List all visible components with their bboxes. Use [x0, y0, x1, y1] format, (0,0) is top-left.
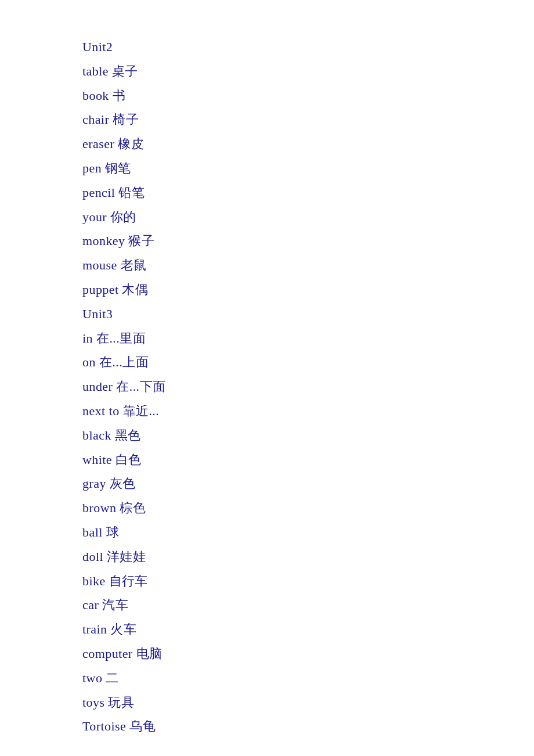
english-word: brown	[82, 501, 116, 515]
english-word: table	[82, 64, 109, 78]
list-item: ball 球	[82, 520, 534, 545]
english-word: mouse	[82, 258, 117, 272]
list-item: doll 洋娃娃	[82, 545, 534, 569]
list-item: under 在...下面	[82, 375, 534, 399]
list-item: puppet 木偶	[82, 278, 534, 302]
english-word: two	[82, 671, 102, 685]
list-item: table 桌子	[82, 59, 534, 84]
chinese-translation: 白色	[116, 452, 142, 467]
chinese-translation: 桌子	[112, 64, 138, 78]
list-item: in 在...里面	[82, 326, 534, 351]
english-word: your	[82, 210, 107, 224]
chinese-translation: 橡皮	[118, 136, 144, 151]
english-word: white	[82, 452, 112, 467]
chinese-translation: 在...上面	[99, 355, 149, 369]
chinese-translation: 你的	[110, 210, 136, 224]
chinese-translation: 二	[106, 671, 118, 685]
chinese-translation: 灰色	[110, 476, 136, 491]
list-item: Tortoise 乌龟	[82, 714, 534, 739]
chinese-translation: 靠近...	[123, 404, 160, 418]
list-item: white 白色	[82, 448, 534, 472]
unit-header: Unit2	[82, 35, 534, 59]
list-item: monkey 猴子	[82, 229, 534, 253]
english-word: on	[82, 355, 96, 369]
english-word: under	[82, 379, 113, 394]
list-item: chair 椅子	[82, 107, 534, 132]
list-item: pen 钢笔	[82, 156, 534, 181]
english-word: computer	[82, 646, 133, 661]
english-word: monkey	[82, 233, 125, 248]
english-word: bike	[82, 574, 106, 588]
english-word: book	[82, 88, 109, 103]
chinese-translation: 书	[113, 88, 125, 103]
chinese-translation: 在...里面	[96, 331, 146, 345]
english-word: Tortoise	[82, 719, 126, 733]
chinese-translation: 棕色	[120, 501, 146, 515]
english-word: chair	[82, 112, 109, 127]
english-word: gray	[82, 476, 106, 491]
english-word: toys	[82, 695, 104, 710]
chinese-translation: 钢笔	[105, 161, 131, 175]
list-item: black 黑色	[82, 423, 534, 448]
list-item: book 书	[82, 84, 534, 108]
chinese-translation: 火车	[110, 622, 136, 636]
chinese-translation: 电脑	[136, 646, 163, 661]
list-item: gray 灰色	[82, 471, 534, 496]
english-word: pen	[82, 161, 102, 175]
list-item: eraser 橡皮	[82, 132, 534, 156]
english-word: ball	[82, 525, 103, 539]
chinese-translation: 黑色	[115, 428, 141, 442]
chinese-translation: 汽车	[102, 597, 128, 612]
english-word: eraser	[82, 136, 114, 151]
chinese-translation: 猴子	[128, 233, 154, 248]
list-item: mouse 老鼠	[82, 253, 534, 278]
english-word: black	[82, 428, 111, 442]
list-item: your 你的	[82, 205, 534, 229]
english-word: pencil	[82, 185, 115, 200]
english-word: in	[82, 331, 93, 345]
english-word: puppet	[82, 282, 119, 297]
chinese-translation: 木偶	[122, 282, 148, 297]
english-word: next to	[82, 404, 120, 418]
chinese-translation: 在...下面	[116, 379, 165, 394]
chinese-translation: 自行车	[109, 574, 148, 588]
list-item: computer 电脑	[82, 642, 534, 666]
content-area: Unit2table 桌子book 书chair 椅子eraser 橡皮pen …	[0, 0, 534, 756]
english-word: doll	[82, 549, 103, 564]
chinese-translation: 老鼠	[121, 258, 147, 272]
list-item: two 二	[82, 666, 534, 690]
list-item: toys 玩具	[82, 690, 534, 715]
chinese-translation: 椅子	[113, 112, 139, 127]
chinese-translation: 玩具	[108, 695, 134, 710]
chinese-translation: 球	[106, 525, 119, 539]
list-item: on 在...上面	[82, 350, 534, 375]
list-item: brown 棕色	[82, 496, 534, 520]
list-item: pencil 铅笔	[82, 181, 534, 205]
chinese-translation: 洋娃娃	[107, 549, 146, 564]
english-word: train	[82, 622, 107, 636]
list-item: next to 靠近...	[82, 399, 534, 423]
list-item: bike 自行车	[82, 569, 534, 593]
english-word: car	[82, 597, 99, 612]
chinese-translation: 乌龟	[129, 719, 156, 733]
list-item: train 火车	[82, 617, 534, 642]
list-item: car 汽车	[82, 593, 534, 617]
chinese-translation: 铅笔	[118, 185, 145, 200]
unit-header: Unit3	[82, 302, 534, 326]
